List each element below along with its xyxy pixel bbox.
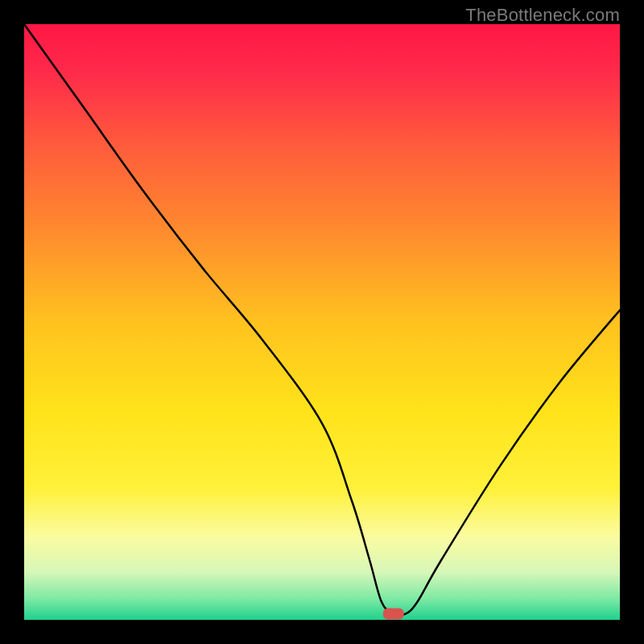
chart-frame: TheBottleneck.com [0,0,644,644]
watermark-text: TheBottleneck.com [465,5,620,26]
bottleneck-chart [24,24,620,620]
optimal-marker [383,609,404,620]
plot-area [24,24,620,620]
gradient-background [24,24,620,620]
